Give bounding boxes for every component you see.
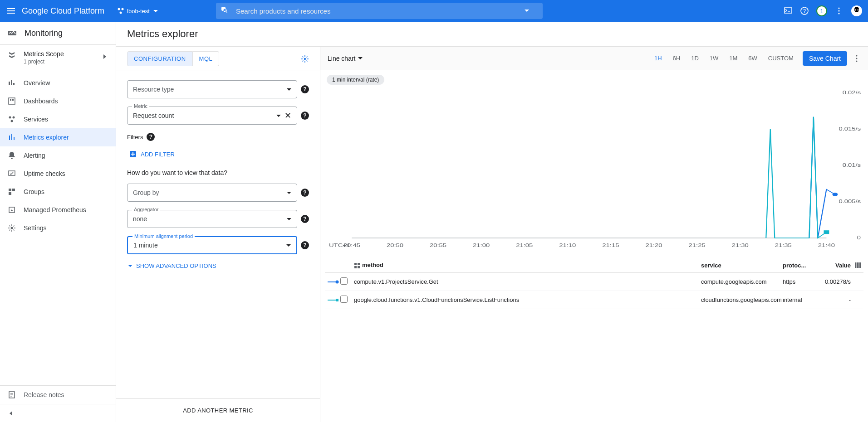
svg-text:20:45: 20:45 <box>343 243 360 248</box>
svg-text:21:10: 21:10 <box>559 243 576 248</box>
resource-type-select[interactable]: Resource type <box>127 80 297 98</box>
viz-toolbar: Line chart 1H6H1D1W1M6WCUSTOM Save Chart <box>320 47 868 70</box>
svg-text:0.005/s: 0.005/s <box>839 199 861 204</box>
svg-point-7 <box>838 13 839 14</box>
caret-down-icon <box>276 115 281 117</box>
range-1h[interactable]: 1H <box>654 55 662 62</box>
hamburger-icon[interactable] <box>5 5 16 16</box>
caret-down-icon <box>287 192 291 194</box>
columns-icon[interactable] <box>854 262 862 269</box>
more-vert-icon[interactable] <box>853 54 861 63</box>
show-advanced-button[interactable]: SHOW ADVANCED OPTIONS <box>127 262 309 269</box>
svg-point-6 <box>838 10 839 11</box>
chart-area[interactable]: 00.005/s0.01/s0.015/s0.02/sUTC+120:4520:… <box>325 88 863 252</box>
group-by-select[interactable]: Group by <box>127 184 297 202</box>
range-1w[interactable]: 1W <box>710 55 719 62</box>
metrics-scope[interactable]: Metrics Scope 1 project <box>0 45 116 70</box>
search-bar[interactable] <box>216 3 543 19</box>
avatar[interactable] <box>851 5 863 17</box>
sidebar-menu: Overview Dashboards Services Metrics exp… <box>0 70 116 385</box>
svg-rect-54 <box>358 266 360 268</box>
legend-row[interactable]: compute.v1.ProjectsService.Get compute.g… <box>325 273 863 291</box>
sidebar-item-prometheus[interactable]: Managed Prometheus <box>0 201 116 219</box>
visualization-panel: Line chart 1H6H1D1W1M6WCUSTOM Save Chart… <box>320 47 868 422</box>
svg-rect-57 <box>859 262 861 268</box>
breakdown-icon <box>354 262 360 269</box>
range-custom[interactable]: CUSTOM <box>768 55 794 62</box>
svg-text:21:35: 21:35 <box>775 243 792 248</box>
svg-rect-13 <box>10 99 11 101</box>
svg-point-9 <box>855 10 856 11</box>
add-another-metric-button[interactable]: ADD ANOTHER METRIC <box>116 398 320 422</box>
help-icon[interactable]: ? <box>301 112 309 120</box>
svg-point-49 <box>832 193 838 196</box>
brand[interactable]: Google Cloud Platform <box>22 6 104 16</box>
tab-configuration[interactable]: CONFIGURATION <box>127 51 193 66</box>
plus-icon <box>129 150 137 158</box>
gear-icon[interactable] <box>301 55 309 63</box>
aggregator-select[interactable]: Aggregator none <box>127 210 297 228</box>
header-actions: ? 1 <box>784 5 863 17</box>
help-icon[interactable]: ? <box>147 133 155 141</box>
chevron-down-icon[interactable] <box>523 7 531 15</box>
alignment-period-select[interactable]: Minimum alignment period 1 minute <box>127 236 297 254</box>
help-icon[interactable]: ? <box>301 189 309 197</box>
tab-mql[interactable]: MQL <box>193 51 220 66</box>
sidebar-item-groups[interactable]: Groups <box>0 183 116 201</box>
help-icon[interactable]: ? <box>301 241 309 249</box>
interval-chip: 1 min interval (rate) <box>327 75 384 85</box>
svg-point-10 <box>858 10 859 11</box>
help-icon[interactable]: ? <box>301 85 309 93</box>
range-6w[interactable]: 6W <box>748 55 757 62</box>
svg-text:21:05: 21:05 <box>516 243 533 248</box>
svg-text:0.01/s: 0.01/s <box>843 163 861 168</box>
sidebar-item-services[interactable]: Services <box>0 110 116 128</box>
view-question: How do you want to view that data? <box>127 169 309 176</box>
svg-text:21:20: 21:20 <box>645 243 662 248</box>
help-icon[interactable]: ? <box>301 215 309 223</box>
search-input[interactable] <box>236 7 523 15</box>
sidebar-item-dashboards[interactable]: Dashboards <box>0 92 116 110</box>
svg-text:21:15: 21:15 <box>602 243 619 248</box>
sidebar: Monitoring Metrics Scope 1 project Overv… <box>0 22 116 422</box>
svg-text:21:25: 21:25 <box>689 243 706 248</box>
config-tabs: CONFIGURATION MQL <box>116 47 320 71</box>
legend-row[interactable]: google.cloud.functions.v1.CloudFunctions… <box>325 291 863 309</box>
save-chart-button[interactable]: Save Chart <box>803 51 847 66</box>
sidebar-item-overview[interactable]: Overview <box>0 74 116 92</box>
sidebar-item-alerting[interactable]: Alerting <box>0 146 116 165</box>
svg-rect-21 <box>9 192 11 195</box>
more-vert-icon[interactable] <box>834 6 843 15</box>
svg-rect-19 <box>9 189 11 191</box>
svg-rect-55 <box>855 262 857 268</box>
range-6h[interactable]: 6H <box>673 55 681 62</box>
collapse-sidebar-button[interactable] <box>0 404 116 422</box>
legend-checkbox[interactable] <box>340 296 348 303</box>
cloud-shell-icon[interactable] <box>784 6 793 15</box>
sidebar-item-uptime[interactable]: Uptime checks <box>0 165 116 183</box>
range-1m[interactable]: 1M <box>729 55 737 62</box>
scope-icon <box>7 50 16 59</box>
metric-select[interactable]: Metric Request count ✕ <box>127 107 297 125</box>
add-filter-button[interactable]: ADD FILTER <box>127 147 309 161</box>
caret-down-icon <box>286 244 291 247</box>
sidebar-item-settings[interactable]: Settings <box>0 219 116 237</box>
monitoring-icon <box>7 28 17 38</box>
help-icon[interactable]: ? <box>800 6 809 15</box>
project-picker[interactable]: lbob-test <box>113 5 162 16</box>
svg-point-0 <box>118 8 120 10</box>
svg-point-1 <box>122 8 124 10</box>
chart-type-select[interactable]: Line chart <box>328 55 363 62</box>
svg-rect-61 <box>336 299 338 301</box>
clear-icon[interactable]: ✕ <box>284 111 291 121</box>
caret-down-icon <box>287 218 291 220</box>
notifications-badge[interactable]: 1 <box>816 5 827 16</box>
svg-rect-50 <box>824 230 829 234</box>
sidebar-title[interactable]: Monitoring <box>0 22 116 45</box>
svg-point-29 <box>856 60 858 62</box>
sidebar-item-metrics-explorer[interactable]: Metrics explorer <box>0 128 116 146</box>
svg-rect-12 <box>9 98 15 104</box>
sidebar-release-notes[interactable]: Release notes <box>0 386 116 404</box>
legend-checkbox[interactable] <box>340 277 348 285</box>
range-1d[interactable]: 1D <box>691 55 699 62</box>
